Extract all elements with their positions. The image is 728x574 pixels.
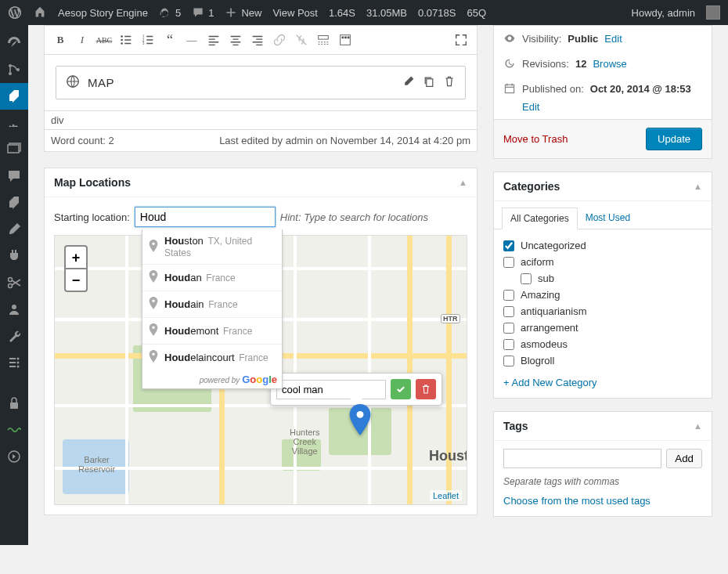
categories-toggle[interactable]: ▲	[694, 182, 702, 191]
metabox-toggle[interactable]: ▲	[459, 178, 467, 187]
menu-tools[interactable]	[0, 323, 28, 349]
menu-pin[interactable]	[0, 190, 28, 216]
bold-button[interactable]: B	[51, 31, 70, 49]
category-item[interactable]: antiquarianism	[503, 303, 702, 319]
autocomplete-item[interactable]: Houdemont France	[142, 318, 282, 345]
menu-git[interactable]	[0, 56, 28, 83]
pin-icon	[149, 323, 158, 338]
svg-text:3: 3	[142, 41, 145, 45]
map-shield-htr: HTR	[441, 314, 460, 323]
avatar[interactable]	[706, 5, 720, 20]
autocomplete-item[interactable]: Houdain France	[142, 291, 282, 318]
ol-button[interactable]: 123	[139, 31, 157, 49]
align-right-button[interactable]	[248, 31, 267, 49]
leaflet-attribution[interactable]: Leaflet	[430, 490, 462, 501]
more-button[interactable]	[314, 31, 333, 49]
zoom-in-button[interactable]: +	[64, 245, 88, 269]
category-checkbox[interactable]	[503, 306, 514, 317]
menu-cut[interactable]	[0, 269, 28, 296]
category-item[interactable]: Amazing	[503, 287, 702, 303]
category-item[interactable]: arrangement	[503, 319, 702, 336]
comments-item[interactable]: 1	[192, 6, 214, 19]
last-edited: Last edited by admin on November 14, 201…	[219, 135, 470, 146]
align-center-button[interactable]	[226, 31, 245, 49]
hr-button[interactable]: —	[182, 31, 201, 49]
align-left-button[interactable]	[204, 31, 223, 49]
visibility-edit-link[interactable]: Edit	[604, 33, 622, 45]
menu-wave[interactable]	[0, 417, 28, 443]
autocomplete-item[interactable]: Houdan France	[142, 265, 282, 291]
menu-brush[interactable]	[0, 216, 28, 243]
menu-posts[interactable]	[0, 83, 28, 110]
trash-icon[interactable]	[443, 75, 456, 90]
admin-menu	[0, 25, 28, 545]
category-checkbox[interactable]	[503, 356, 514, 366]
start-location-input[interactable]	[135, 207, 276, 227]
italic-button[interactable]: I	[73, 31, 92, 49]
toolbar-toggle-button[interactable]	[336, 31, 355, 49]
revisions-browse-link[interactable]: Browse	[593, 58, 626, 70]
fullscreen-button[interactable]	[452, 31, 470, 49]
home-icon[interactable]	[33, 5, 47, 20]
new-item[interactable]: New	[225, 6, 261, 19]
perf-s: 0.0718S	[418, 7, 456, 19]
category-checkbox[interactable]	[503, 323, 514, 334]
category-checkbox[interactable]	[503, 240, 514, 251]
categories-box: Categories ▲ All Categories Most Used Un…	[493, 171, 712, 399]
menu-dashboard[interactable]	[0, 30, 28, 56]
update-button[interactable]: Update	[646, 128, 702, 150]
menu-media[interactable]	[0, 136, 28, 163]
choose-tags-link[interactable]: Choose from the most used tags	[503, 495, 651, 507]
svg-rect-17	[319, 36, 329, 40]
menu-lock[interactable]	[0, 390, 28, 417]
edit-icon[interactable]	[402, 75, 415, 90]
link-button[interactable]	[270, 31, 289, 49]
category-item[interactable]: Uncategorized	[503, 237, 702, 254]
menu-tracks[interactable]	[0, 110, 28, 136]
map-label-houston: Houstor	[429, 449, 467, 464]
category-item[interactable]: Blogroll	[503, 352, 702, 369]
tag-add-button[interactable]: Add	[666, 449, 702, 468]
category-checkbox[interactable]	[503, 290, 514, 301]
location-autocomplete: Houston TX, United StatesHoudan FranceHo…	[142, 229, 283, 389]
ul-button[interactable]	[117, 31, 135, 49]
unlink-button[interactable]	[292, 31, 311, 49]
menu-settings[interactable]	[0, 349, 28, 376]
map-marker[interactable]	[348, 404, 372, 428]
category-checkbox[interactable]	[503, 339, 514, 350]
tag-input[interactable]	[503, 449, 661, 468]
category-item[interactable]: aciform	[503, 254, 702, 270]
tags-box: Tags ▲ Add Separate tags with commas Cho…	[493, 411, 712, 517]
category-item[interactable]: sub	[521, 270, 702, 287]
pin-icon	[149, 240, 158, 255]
menu-plugins[interactable]	[0, 243, 28, 269]
menu-comments[interactable]	[0, 163, 28, 190]
marker-delete-button[interactable]	[416, 379, 436, 399]
site-title[interactable]: Aesop Story Engine	[58, 7, 148, 19]
marker-confirm-button[interactable]	[391, 379, 411, 399]
move-to-trash[interactable]: Move to Trash	[503, 133, 568, 145]
view-post[interactable]: View Post	[272, 7, 318, 19]
wp-logo[interactable]	[8, 5, 22, 20]
quote-button[interactable]: “	[160, 31, 179, 49]
menu-collapse[interactable]	[0, 443, 28, 470]
updates-item[interactable]: 5	[159, 6, 181, 19]
autocomplete-item[interactable]: Houston TX, United States	[142, 229, 282, 265]
copy-icon[interactable]	[423, 75, 435, 90]
marker-label-input[interactable]	[276, 380, 386, 399]
menu-users[interactable]	[0, 296, 28, 323]
editor-body[interactable]: MAP	[44, 54, 478, 111]
zoom-out-button[interactable]: −	[64, 269, 88, 292]
category-checkbox[interactable]	[503, 257, 514, 268]
category-item[interactable]: asmodeus	[503, 336, 702, 352]
calendar-icon	[503, 82, 516, 95]
tab-most-used[interactable]: Most Used	[578, 208, 638, 229]
tab-all-categories[interactable]: All Categories	[502, 208, 578, 229]
strike-button[interactable]: ABC	[95, 31, 114, 49]
category-checkbox[interactable]	[521, 273, 532, 284]
add-new-category-link[interactable]: + Add New Category	[503, 377, 597, 388]
autocomplete-item[interactable]: Houdelaincourt France	[142, 345, 282, 370]
howdy[interactable]: Howdy, admin	[632, 7, 695, 19]
tags-toggle[interactable]: ▲	[694, 421, 702, 431]
published-edit-link[interactable]: Edit	[522, 101, 702, 113]
